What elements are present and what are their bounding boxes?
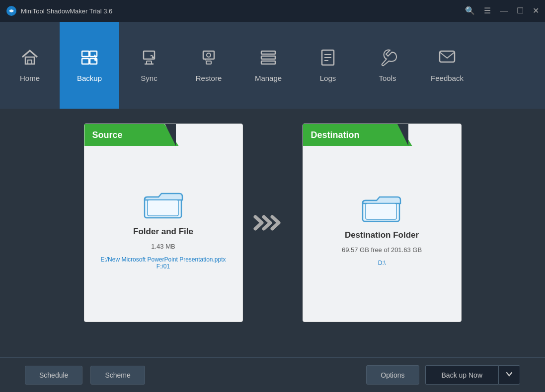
nav-label-feedback: Feedback <box>431 74 464 82</box>
svg-rect-3 <box>82 51 89 57</box>
destination-free-space: 69.57 GB free of 201.63 GB <box>342 246 422 254</box>
svg-rect-20 <box>440 51 455 62</box>
schedule-button[interactable]: Schedule <box>25 366 82 385</box>
destination-path: D:\ <box>378 260 386 266</box>
restore-icon <box>199 48 218 70</box>
svg-rect-24 <box>366 203 396 219</box>
destination-header-label: Destination <box>311 124 360 146</box>
logs-icon <box>318 48 337 70</box>
nav-label-home: Home <box>20 74 40 82</box>
backup-now-group: Back up Now <box>425 365 520 385</box>
arrow-area <box>243 124 303 322</box>
destination-title: Destination Folder <box>345 230 419 240</box>
source-card[interactable]: Source Folder and File 1.43 MB E:/New Mi… <box>84 124 243 322</box>
nav-item-logs[interactable]: Logs <box>298 22 358 109</box>
nav-label-tools: Tools <box>379 74 396 82</box>
svg-point-11 <box>207 53 211 57</box>
nav-label-logs: Logs <box>320 74 336 82</box>
nav-item-sync[interactable]: Sync <box>119 22 179 109</box>
svg-rect-10 <box>203 51 214 59</box>
options-button[interactable]: Options <box>366 365 419 385</box>
menu-icon[interactable]: ☰ <box>484 7 491 15</box>
folder-icon <box>144 186 183 221</box>
title-bar: MiniTool ShadowMaker Trial 3.6 🔍 ☰ — ☐ ✕ <box>0 0 545 22</box>
destination-content: Destination Folder 69.57 GB free of 201.… <box>342 190 422 266</box>
arrows <box>253 213 293 233</box>
footer-right: Options Back up Now <box>366 365 520 385</box>
sync-icon <box>140 48 158 70</box>
manage-icon <box>259 48 278 70</box>
nav-label-manage: Manage <box>255 74 282 82</box>
backup-now-button[interactable]: Back up Now <box>425 365 498 385</box>
source-content: Folder and File 1.43 MB E:/New Microsoft… <box>100 186 226 270</box>
source-header-label: Source <box>92 124 123 146</box>
nav-item-restore[interactable]: Restore <box>179 22 238 109</box>
source-size: 1.43 MB <box>151 243 175 250</box>
title-bar-left: MiniTool ShadowMaker Trial 3.6 <box>6 5 112 16</box>
app-title: MiniTool ShadowMaker Trial 3.6 <box>21 7 112 15</box>
destination-folder-icon <box>362 190 401 224</box>
title-bar-controls: 🔍 ☰ — ☐ ✕ <box>465 7 539 15</box>
nav-label-backup: Backup <box>77 74 102 82</box>
maximize-button[interactable]: ☐ <box>517 7 524 15</box>
nav-item-feedback[interactable]: Feedback <box>417 22 477 109</box>
nav-label-restore: Restore <box>196 74 222 82</box>
nav-item-backup[interactable]: Backup <box>60 22 119 109</box>
app-logo-icon <box>6 5 17 16</box>
footer-left: Schedule Scheme <box>25 366 145 385</box>
source-path: E:/New Microsoft PowerPoint Presentation… <box>100 256 226 270</box>
nav-item-tools[interactable]: Tools <box>358 22 417 109</box>
destination-card[interactable]: Destination Destination Folder 69.57 GB … <box>303 124 462 322</box>
feedback-icon <box>438 48 457 70</box>
minimize-button[interactable]: — <box>500 7 508 15</box>
backup-icon <box>80 48 99 70</box>
forward-arrows-icon <box>253 213 293 233</box>
svg-rect-5 <box>82 59 89 64</box>
nav-label-sync: Sync <box>141 74 157 82</box>
nav-item-home[interactable]: Home <box>0 22 60 109</box>
nav-bar: Home Backup Sync <box>0 22 545 109</box>
scheme-button[interactable]: Scheme <box>90 366 145 385</box>
svg-rect-12 <box>206 61 211 64</box>
svg-rect-22 <box>148 200 178 216</box>
search-icon[interactable]: 🔍 <box>465 7 475 15</box>
cards-row: Source Folder and File 1.43 MB E:/New Mi… <box>25 124 520 322</box>
home-icon <box>20 48 39 70</box>
close-button[interactable]: ✕ <box>533 7 539 15</box>
svg-rect-14 <box>261 56 275 59</box>
main-content: Source Folder and File 1.43 MB E:/New Mi… <box>0 109 545 357</box>
tools-icon <box>378 48 397 70</box>
nav-item-manage[interactable]: Manage <box>238 22 298 109</box>
source-title: Folder and File <box>133 227 193 237</box>
backup-now-dropdown-button[interactable] <box>498 365 520 385</box>
svg-rect-15 <box>261 61 275 64</box>
footer: Schedule Scheme Options Back up Now <box>0 357 545 392</box>
svg-rect-13 <box>261 51 275 54</box>
chevron-down-icon <box>506 371 513 378</box>
